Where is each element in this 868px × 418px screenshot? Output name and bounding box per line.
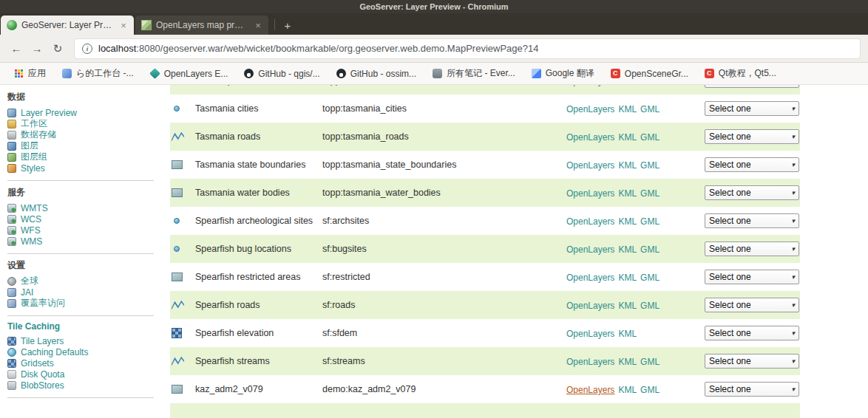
sidebar-item-global[interactable]: 全球 <box>7 275 154 287</box>
bookmark-workbench[interactable]: ら的工作台 -... <box>54 65 142 83</box>
gml-link[interactable]: GML <box>640 244 660 255</box>
openlayers-link[interactable]: OpenLayers <box>566 160 614 171</box>
common-formats: OpenLayersKMLGML <box>566 383 705 396</box>
bookmark-apps[interactable]: 应用 <box>6 65 54 83</box>
gml-link[interactable]: GML <box>640 104 660 114</box>
openlayers-link[interactable]: OpenLayers <box>566 329 614 339</box>
kml-link[interactable]: KML <box>618 244 637 255</box>
gml-link[interactable]: GML <box>640 188 660 199</box>
layer-title: Tasmania roads <box>195 131 322 142</box>
all-formats-select[interactable]: Select one ▾ <box>705 213 799 228</box>
bookmark-github-ossim[interactable]: GitHub - ossim... <box>328 65 424 83</box>
all-formats-select[interactable]: Select one ▾ <box>705 298 799 312</box>
bookmark-qt-tutorial[interactable]: Qt教程，Qt5... <box>696 65 784 83</box>
sidebar-item-coverage-access[interactable]: 覆盖率访问 <box>7 298 154 309</box>
openlayers-link[interactable]: OpenLayers <box>566 385 614 395</box>
kml-link[interactable]: KML <box>618 160 637 171</box>
sidebar-item-jai[interactable]: JAI <box>7 287 154 298</box>
bookmark-openlayers[interactable]: OpenLayers E... <box>142 65 237 83</box>
kml-link[interactable]: KML <box>618 385 637 395</box>
kml-link[interactable]: KML <box>618 104 637 114</box>
palette-icon <box>7 164 16 173</box>
all-formats-select[interactable]: Select one ▾ <box>705 241 799 256</box>
sidebar-item-layers[interactable]: 图层 <box>7 140 154 151</box>
kml-link[interactable]: KML <box>618 357 637 367</box>
close-icon[interactable]: × <box>252 20 264 31</box>
all-formats-select[interactable]: Select one ▾ <box>705 85 799 88</box>
polygon-icon <box>172 188 183 197</box>
openlayers-link[interactable]: OpenLayers <box>566 357 614 367</box>
tab-geoserver-layer-preview[interactable]: GeoServer: Layer Preview × <box>1 16 134 35</box>
back-button[interactable]: ← <box>7 40 25 58</box>
kml-link[interactable]: KML <box>618 216 637 227</box>
common-formats: OpenLayersKMLGML <box>566 242 705 256</box>
new-tab-button[interactable]: + <box>279 19 296 32</box>
openlayers-link[interactable]: OpenLayers <box>566 104 614 114</box>
kml-link[interactable]: KML <box>618 188 637 199</box>
bookmark-openscenegraph[interactable]: OpenSceneGr... <box>603 65 696 83</box>
gml-link[interactable]: GML <box>640 216 660 227</box>
reload-button[interactable]: ↻ <box>49 40 67 58</box>
layer-name: sf:bugsites <box>322 244 566 254</box>
sidebar-item-styles[interactable]: Styles <box>7 162 154 174</box>
gml-link[interactable]: GML <box>640 132 660 143</box>
gml-link[interactable]: GML <box>640 273 660 283</box>
page-info-icon[interactable]: i <box>82 44 92 54</box>
bookmark-github-qgis[interactable]: GitHub - qgis/... <box>236 65 328 83</box>
openlayers-link[interactable]: OpenLayers <box>566 188 614 199</box>
all-formats-select[interactable]: Select one ▾ <box>705 185 799 200</box>
bookmark-evernote[interactable]: 所有笔记 - Ever... <box>424 65 523 83</box>
sidebar-item-tile-layers[interactable]: Tile Layers <box>7 335 154 346</box>
openlayers-link[interactable]: OpenLayers <box>566 85 614 86</box>
gml-link[interactable]: GML <box>640 160 660 171</box>
gml-link[interactable]: GML <box>640 85 660 86</box>
polygon-icon <box>172 273 183 281</box>
openlayers-link[interactable]: OpenLayers <box>566 132 614 143</box>
gml-link[interactable]: GML <box>640 301 660 311</box>
kml-link[interactable]: KML <box>618 85 637 86</box>
bookmark-google-translate[interactable]: Google 翻译 <box>523 65 603 83</box>
sidebar-item-caching-defaults[interactable]: Caching Defaults <box>7 346 154 357</box>
sidebar-item-blobstores[interactable]: BlobStores <box>7 380 154 391</box>
all-formats-select[interactable]: Select one ▾ <box>705 129 799 144</box>
sidebar-item-stores[interactable]: 数据存储 <box>7 129 154 140</box>
dropdown-arrow-icon: ▾ <box>791 301 795 309</box>
all-formats-select[interactable]: Select one ▾ <box>705 101 799 116</box>
bookmark-label: GitHub - ossim... <box>350 69 416 79</box>
close-icon[interactable]: × <box>118 20 129 31</box>
kml-link[interactable]: KML <box>618 301 637 311</box>
all-formats-select[interactable]: Select one ▾ <box>705 354 799 369</box>
forward-button[interactable]: → <box>28 40 46 58</box>
common-formats: OpenLayersKMLGML <box>566 186 705 199</box>
sidebar-item-layer-preview[interactable]: Layer Preview <box>7 107 154 118</box>
dropdown-arrow-icon: ▾ <box>791 133 795 140</box>
sidebar-item-wfs[interactable]: WFS <box>7 225 154 236</box>
sidebar-item-wmts[interactable]: WMTS <box>7 202 154 213</box>
all-formats-select[interactable]: Select one ▾ <box>705 157 799 172</box>
sidebar-item-layer-groups[interactable]: 图层组 <box>7 151 154 162</box>
sidebar-item-workspaces[interactable]: 工作区 <box>7 118 154 129</box>
kml-link[interactable]: KML <box>618 273 637 283</box>
kml-link[interactable]: KML <box>618 132 637 143</box>
address-bar[interactable]: i localhost:8080/geoserver.war/web/wicke… <box>74 38 861 59</box>
url-text: localhost:8080/geoserver.war/web/wicket/… <box>98 43 538 54</box>
openlayers-link[interactable]: OpenLayers <box>566 301 614 311</box>
kml-link[interactable]: KML <box>618 329 637 339</box>
all-formats-select[interactable]: Select one ▾ <box>705 326 799 340</box>
openlayers-link[interactable]: OpenLayers <box>566 216 614 227</box>
polygon-icon <box>172 160 183 169</box>
gml-link[interactable]: GML <box>640 357 660 367</box>
all-formats-select[interactable]: Select one ▾ <box>705 382 799 397</box>
sidebar-item-disk-quota[interactable]: Disk Quota <box>7 369 154 380</box>
dropdown-arrow-icon: ▾ <box>791 161 795 168</box>
openlayers-link[interactable]: OpenLayers <box>566 273 614 283</box>
layer-preview-icon <box>7 109 16 117</box>
sidebar-item-wcs[interactable]: WCS <box>7 213 154 225</box>
openlayers-link[interactable]: OpenLayers <box>566 244 614 255</box>
all-formats-select[interactable]: Select one ▾ <box>705 270 799 284</box>
sidebar-item-wms[interactable]: WMS <box>7 236 154 247</box>
sidebar-item-gridsets[interactable]: Gridsets <box>7 357 154 369</box>
tab-openlayers-map-preview[interactable]: OpenLayers map preview × <box>135 16 268 35</box>
layer-group-icon <box>7 153 16 162</box>
gml-link[interactable]: GML <box>640 385 660 395</box>
